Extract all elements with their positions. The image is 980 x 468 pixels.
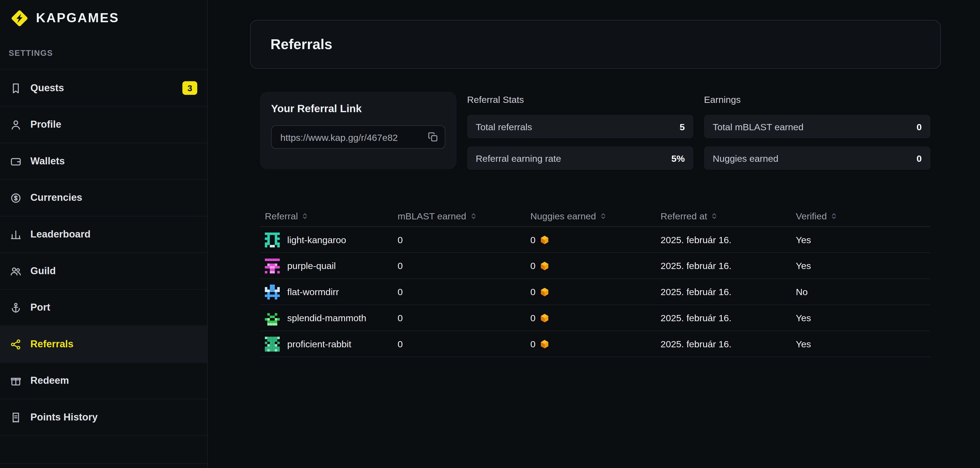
referral-avatar (265, 310, 280, 325)
quests-icon (10, 82, 22, 94)
mblast-earned-cell: 0 (398, 338, 530, 349)
column-label: Verified (796, 211, 827, 221)
verified-cell: Yes (796, 260, 931, 271)
nugget-cube-icon (540, 339, 550, 349)
nuggies-earned-cell: 0 (530, 313, 660, 323)
sidebar-item-redeem[interactable]: Redeem (0, 362, 207, 399)
nuggies-value: 0 (530, 338, 535, 349)
sidebar-item-points-history[interactable]: Points History (0, 399, 207, 435)
stat-value: 0 (916, 153, 921, 163)
brand-name: KAPGAMES (36, 11, 119, 25)
referral-avatar (265, 336, 280, 351)
stat-label: Total referrals (476, 121, 532, 132)
referral-name-cell: purple-quail (265, 258, 398, 273)
mblast-earned-cell: 0 (398, 313, 530, 323)
referral-stats-title: Referral Stats (467, 93, 694, 115)
table-row: proficient-rabbit002025. február 16.Yes (260, 331, 931, 357)
sidebar-item-label: Referrals (30, 338, 73, 350)
copy-icon[interactable] (427, 132, 438, 143)
referral-avatar (265, 284, 280, 299)
earnings-rows: Total mBLAST earned0Nuggies earned0 (704, 115, 931, 170)
stat-row: Nuggies earned0 (704, 146, 931, 170)
mblast-earned-cell: 0 (398, 287, 530, 297)
sidebar-item-referrals[interactable]: Referrals (0, 325, 207, 362)
nugget-cube-icon (540, 287, 550, 297)
column-header-mblast-earned[interactable]: mBLAST earned (398, 211, 530, 221)
nuggies-value: 0 (530, 313, 535, 323)
sort-icon (710, 212, 718, 220)
stat-label: Total mBLAST earned (713, 121, 803, 132)
leaderboard-icon (10, 228, 22, 240)
sidebar-item-currencies[interactable]: Currencies (0, 179, 207, 216)
sidebar-item-port[interactable]: Port (0, 289, 207, 325)
stat-value: 0 (916, 121, 921, 132)
referral-stats-rows: Total referrals5Referral earning rate5% (467, 115, 694, 170)
nuggies-earned-cell: 0 (530, 338, 660, 349)
verified-cell: Yes (796, 235, 931, 245)
verified-cell: Yes (796, 338, 931, 349)
referral-link-input[interactable]: https://www.kap.gg/r/467e82 (271, 125, 445, 149)
nuggies-earned-cell: 0 (530, 235, 660, 245)
referrals-icon (10, 338, 22, 350)
sidebar-nav: Quests3ProfileWalletsCurrenciesLeaderboa… (0, 70, 207, 435)
sidebar-item-quests[interactable]: Quests3 (0, 70, 207, 106)
stat-row: Referral earning rate5% (467, 146, 694, 170)
nuggies-value: 0 (530, 260, 535, 271)
referral-link-card: Your Referral Link https://www.kap.gg/r/… (260, 92, 457, 169)
referral-name: purple-quail (287, 260, 336, 271)
nuggies-earned-cell: 0 (530, 260, 660, 271)
referral-name: light-kangaroo (287, 235, 346, 245)
brand[interactable]: KAPGAMES (0, 0, 207, 36)
guild-icon (10, 265, 22, 277)
referred-at-cell: 2025. február 16. (660, 235, 796, 245)
main-content: Referrals Your Referral Link https://www… (208, 0, 980, 468)
sidebar-item-leaderboard[interactable]: Leaderboard (0, 216, 207, 252)
sidebar-item-guild[interactable]: Guild (0, 252, 207, 289)
column-header-referral[interactable]: Referral (265, 211, 398, 221)
referred-at-cell: 2025. február 16. (660, 260, 796, 271)
column-header-referred-at[interactable]: Referred at (660, 211, 796, 221)
sidebar-section-label: SETTINGS (0, 36, 207, 70)
sidebar-item-label: Leaderboard (30, 229, 91, 240)
currencies-icon (10, 192, 22, 204)
referral-name: proficient-rabbit (287, 338, 351, 349)
sidebar: KAPGAMES SETTINGS Quests3ProfileWalletsC… (0, 0, 208, 468)
stat-value: 5 (679, 121, 685, 132)
referral-name-cell: proficient-rabbit (265, 336, 398, 351)
column-label: mBLAST earned (398, 211, 466, 221)
sidebar-item-label: Wallets (30, 155, 65, 167)
column-header-nuggies-earned[interactable]: Nuggies earned (530, 211, 660, 221)
stat-label: Nuggies earned (713, 153, 778, 163)
wallets-icon (10, 155, 22, 167)
table-row: flat-wormdirr002025. február 16.No (260, 279, 931, 305)
app-root: KAPGAMES SETTINGS Quests3ProfileWalletsC… (0, 0, 980, 468)
nugget-cube-icon (540, 235, 550, 244)
referrals-table: ReferralmBLAST earnedNuggies earnedRefer… (260, 205, 931, 357)
referral-name-cell: splendid-mammoth (265, 310, 398, 325)
nugget-cube-icon (540, 261, 550, 271)
verified-cell: Yes (796, 313, 931, 323)
referral-link-value: https://www.kap.gg/r/467e82 (280, 132, 424, 143)
sort-icon (830, 212, 838, 220)
mblast-earned-cell: 0 (398, 260, 530, 271)
sort-icon (469, 212, 477, 220)
nuggies-value: 0 (530, 235, 535, 245)
app-window: KAPGAMES SETTINGS Quests3ProfileWalletsC… (0, 0, 980, 468)
sidebar-item-label: Guild (30, 265, 56, 276)
sidebar-item-profile[interactable]: Profile (0, 106, 207, 143)
referral-name: flat-wormdirr (287, 287, 339, 297)
column-header-verified[interactable]: Verified (796, 211, 931, 221)
sidebar-item-label: Quests (30, 82, 64, 94)
content-area: Your Referral Link https://www.kap.gg/r/… (260, 92, 931, 357)
points-history-icon (10, 411, 22, 423)
sidebar-item-wallets[interactable]: Wallets (0, 143, 207, 179)
verified-cell: No (796, 287, 931, 297)
earnings-group: Earnings Total mBLAST earned0Nuggies ear… (704, 92, 931, 178)
table-row: light-kangaroo002025. február 16.Yes (260, 227, 931, 253)
kap-logo-icon (10, 8, 29, 27)
referred-at-cell: 2025. február 16. (660, 287, 796, 297)
sidebar-item-label: Port (30, 302, 51, 313)
referred-at-cell: 2025. február 16. (660, 338, 796, 349)
profile-icon (10, 119, 22, 130)
redeem-icon (10, 375, 22, 387)
